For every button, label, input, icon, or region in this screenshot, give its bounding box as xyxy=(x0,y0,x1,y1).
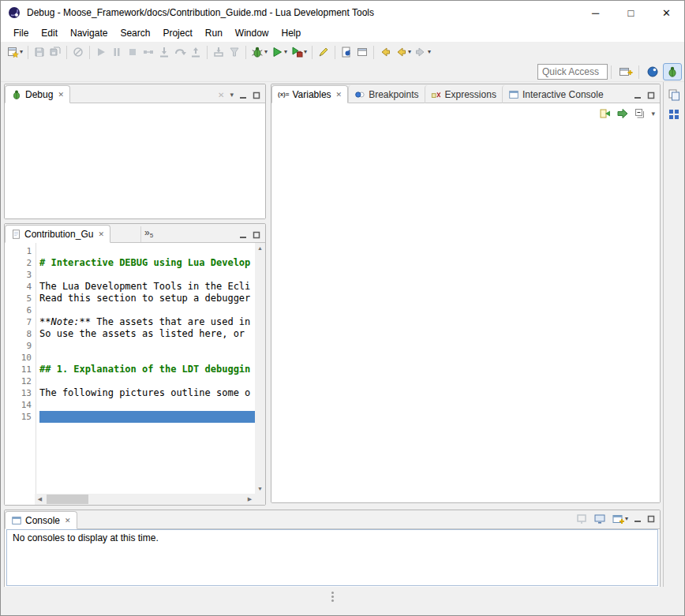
code-line[interactable]: Read this section to setup a debugger xyxy=(39,293,255,304)
editor-horizontal-scrollbar[interactable]: ◀ ▶ xyxy=(35,494,255,505)
line-number-gutter[interactable]: 123456789101112131415 xyxy=(14,243,35,494)
debug-dropdown-button[interactable]: ▾ xyxy=(249,43,269,61)
code-line[interactable]: The Lua Development Tools in the Ecli xyxy=(39,281,255,293)
display-selected-console-button[interactable] xyxy=(593,513,606,525)
code-area[interactable]: # Interactive DEBUG using Lua DevelopThe… xyxy=(36,243,255,494)
scroll-up-icon[interactable]: ▲ xyxy=(255,243,265,253)
menu-project[interactable]: Project xyxy=(156,25,198,41)
pin-console-button[interactable] xyxy=(575,513,588,525)
maximize-window-button[interactable]: □ xyxy=(613,1,649,24)
step-into-button[interactable] xyxy=(156,43,172,61)
menu-window[interactable]: Window xyxy=(229,25,275,41)
menu-search[interactable]: Search xyxy=(114,25,156,41)
annotation-ruler[interactable] xyxy=(5,243,14,494)
show-type-names-button[interactable] xyxy=(599,107,612,120)
horizontal-scrollbar-thumb[interactable] xyxy=(47,495,88,504)
code-line[interactable]: # Interactive DEBUG using Lua Develop xyxy=(39,257,255,269)
external-tools-dropdown-button[interactable]: ▾ xyxy=(289,43,309,61)
scroll-down-icon[interactable]: ▼ xyxy=(255,483,265,494)
forward-button[interactable]: ▾ xyxy=(413,43,432,61)
code-line[interactable]: ## 1. Explanation of the LDT debuggin xyxy=(39,364,255,375)
skip-all-breakpoints-button[interactable] xyxy=(70,43,86,61)
minimize-view-button[interactable] xyxy=(239,91,247,99)
close-tab-icon[interactable]: ✕ xyxy=(58,91,64,99)
maximize-view-button[interactable] xyxy=(647,515,655,523)
code-line[interactable] xyxy=(39,352,255,364)
show-logical-structure-button[interactable] xyxy=(616,107,629,120)
scroll-right-icon[interactable]: ▶ xyxy=(245,494,255,504)
remove-terminated-button[interactable]: ✕ xyxy=(218,91,224,99)
disconnect-button[interactable] xyxy=(140,43,156,61)
tab-expressions[interactable]: Expressions xyxy=(425,85,502,103)
variables-view-content[interactable] xyxy=(271,124,660,502)
open-element-button[interactable] xyxy=(354,43,370,61)
suspend-button[interactable] xyxy=(109,43,125,61)
view-menu-button[interactable]: ▾ xyxy=(651,110,655,118)
open-perspective-button[interactable] xyxy=(616,63,635,80)
maximize-view-button[interactable] xyxy=(647,91,655,99)
menu-run[interactable]: Run xyxy=(199,25,229,41)
restore-view-button[interactable] xyxy=(668,88,680,101)
close-window-button[interactable]: ✕ xyxy=(649,1,684,24)
terminate-button[interactable] xyxy=(125,43,140,61)
tab-console[interactable]: Console ✕ xyxy=(5,511,77,529)
code-line[interactable] xyxy=(39,245,255,257)
step-over-button[interactable] xyxy=(172,43,188,61)
quick-access-input[interactable] xyxy=(537,64,608,80)
code-line[interactable] xyxy=(39,304,255,316)
debug-perspective-button[interactable] xyxy=(663,63,682,80)
back-button[interactable]: ▾ xyxy=(393,43,413,61)
use-step-filters-button[interactable] xyxy=(226,43,242,61)
grid-view-icon xyxy=(668,108,680,121)
tab-debug[interactable]: Debug ✕ xyxy=(5,85,70,103)
tab-interactive-console[interactable]: Interactive Console xyxy=(502,85,609,103)
save-button[interactable] xyxy=(32,43,47,61)
code-line[interactable]: The following pictures outline some o xyxy=(39,387,255,399)
close-tab-icon[interactable]: ✕ xyxy=(98,230,104,238)
resume-button[interactable] xyxy=(93,43,109,61)
minimize-window-button[interactable]: ─ xyxy=(578,1,613,24)
maximize-view-button[interactable] xyxy=(253,231,260,239)
minimize-view-button[interactable] xyxy=(634,91,642,99)
console-content[interactable]: No consoles to display at this time. xyxy=(6,529,658,586)
view-menu-button[interactable]: ▾ xyxy=(230,91,234,99)
scroll-left-icon[interactable]: ◀ xyxy=(35,494,45,504)
minimize-view-button[interactable] xyxy=(239,231,247,239)
code-line[interactable] xyxy=(39,340,255,352)
editor-tab-overflow-button[interactable]: » 5 xyxy=(140,226,156,242)
menu-help[interactable]: Help xyxy=(275,25,308,41)
code-line[interactable] xyxy=(39,399,255,411)
run-dropdown-button[interactable]: ▾ xyxy=(269,43,289,61)
minimized-view-button[interactable] xyxy=(668,108,680,121)
console-tabrow: Console ✕ xyxy=(5,510,660,529)
code-line[interactable] xyxy=(39,269,255,281)
minimize-view-button[interactable] xyxy=(634,515,642,523)
dropdown-caret-icon: ▾ xyxy=(264,49,268,55)
new-wizard-button[interactable]: ▾ xyxy=(5,43,24,61)
lua-perspective-button[interactable] xyxy=(644,63,661,80)
step-return-button[interactable] xyxy=(188,43,204,61)
close-tab-icon[interactable]: ✕ xyxy=(65,517,71,525)
menu-file[interactable]: File xyxy=(7,25,35,41)
save-all-button[interactable] xyxy=(47,43,63,61)
editor-tab-contribution-guide[interactable]: Contribution_Gu ✕ xyxy=(5,225,110,243)
menu-edit[interactable]: Edit xyxy=(35,25,64,41)
open-console-button[interactable]: ▾ xyxy=(612,513,628,525)
collapse-all-button[interactable] xyxy=(634,107,646,120)
new-lua-file-button[interactable] xyxy=(339,43,354,61)
tab-variables[interactable]: (x)= Variables ✕ xyxy=(271,85,348,103)
tab-breakpoints[interactable]: Breakpoints xyxy=(348,85,424,103)
sash-handle[interactable] xyxy=(331,592,334,594)
maximize-view-button[interactable] xyxy=(253,91,260,99)
drop-to-frame-button[interactable] xyxy=(211,43,226,61)
mark-occurrences-button[interactable] xyxy=(316,43,331,61)
menu-navigate[interactable]: Navigate xyxy=(64,25,114,41)
code-line[interactable] xyxy=(39,411,255,423)
editor-vertical-scrollbar[interactable]: ▲ ▼ xyxy=(255,243,265,494)
close-tab-icon[interactable]: ✕ xyxy=(336,91,342,99)
code-line[interactable]: So use the assets as listed here, or xyxy=(39,328,255,340)
last-edit-location-button[interactable] xyxy=(377,43,393,61)
code-line[interactable] xyxy=(39,375,255,387)
debug-view-content[interactable] xyxy=(5,103,265,218)
code-line[interactable]: **Note:** The assets that are used in xyxy=(39,316,255,328)
